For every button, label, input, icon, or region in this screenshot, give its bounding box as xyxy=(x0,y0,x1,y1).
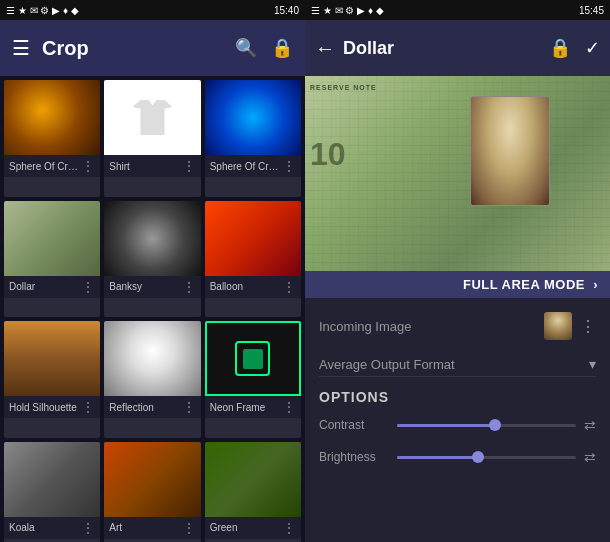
list-item[interactable]: Sphere Of Crystal 3 ⋮ xyxy=(205,80,301,197)
neon-frame-shape xyxy=(235,341,270,376)
format-chevron-icon: ▾ xyxy=(589,356,596,372)
neon-inner xyxy=(243,349,263,369)
item-menu-dots[interactable]: ⋮ xyxy=(182,279,196,295)
full-area-mode-label: FULL AREA MODE xyxy=(463,277,585,292)
options-header: OPTIONS xyxy=(319,389,596,405)
right-content: Incoming Image ⋮ Average Output Format ▾… xyxy=(305,298,610,542)
dollar-denomination: 10 xyxy=(310,136,346,173)
item-label-row: Balloon ⋮ xyxy=(205,276,301,298)
item-label: Sphere Of Crystal 3 xyxy=(210,161,280,172)
item-label-row: Green ⋮ xyxy=(205,517,301,539)
item-menu-dots[interactable]: ⋮ xyxy=(282,399,296,415)
item-menu-dots[interactable]: ⋮ xyxy=(282,158,296,174)
right-status-icons: ☰ ★ ✉ ⚙ ▶ ♦ ◆ xyxy=(311,5,384,16)
dollar-reserve-text: RESERVE NOTE xyxy=(310,84,377,91)
left-status-time: 15:40 xyxy=(274,5,299,16)
item-label-row: Banksy ⋮ xyxy=(104,276,200,298)
item-image xyxy=(4,442,100,517)
dollar-portrait-inner xyxy=(471,97,549,205)
item-image xyxy=(104,201,200,276)
list-item[interactable]: Hold Silhouette ⋮ xyxy=(4,321,100,438)
contrast-row: Contrast ⇄ xyxy=(319,413,596,437)
item-image xyxy=(104,321,200,396)
list-item[interactable]: Green ⋮ xyxy=(205,442,301,543)
item-label-row: Shirt ⋮ xyxy=(104,155,200,177)
right-header: ← Dollar 🔒 ✓ xyxy=(305,20,610,76)
item-label: Green xyxy=(210,522,280,533)
item-label-row: Hold Silhouette ⋮ xyxy=(4,396,100,418)
panels-row: ☰ Crop 🔍 🔒 Sphere Of Crystal ⋮ xyxy=(0,20,610,542)
list-item[interactable]: Shirt ⋮ xyxy=(104,80,200,197)
brightness-swap-icon[interactable]: ⇄ xyxy=(584,449,596,465)
shirt-shape xyxy=(132,100,172,135)
item-menu-dots[interactable]: ⋮ xyxy=(182,520,196,536)
lock-icon[interactable]: 🔒 xyxy=(271,37,293,59)
item-label-row: Koala ⋮ xyxy=(4,517,100,539)
right-panel-title: Dollar xyxy=(343,38,541,59)
item-label-row: Dollar ⋮ xyxy=(4,276,100,298)
item-label: Shirt xyxy=(109,161,179,172)
list-item[interactable]: Banksy ⋮ xyxy=(104,201,200,318)
full-area-mode-banner[interactable]: FULL AREA MODE › xyxy=(305,271,610,298)
full-area-mode-chevron: › xyxy=(593,277,598,292)
format-row[interactable]: Average Output Format ▾ xyxy=(319,352,596,377)
item-image xyxy=(205,80,301,155)
contrast-slider[interactable] xyxy=(397,424,576,427)
item-menu-dots[interactable]: ⋮ xyxy=(282,279,296,295)
item-image xyxy=(205,321,301,396)
right-status-time: 15:45 xyxy=(579,5,604,16)
item-image xyxy=(4,80,100,155)
item-image xyxy=(104,442,200,517)
item-menu-dots[interactable]: ⋮ xyxy=(182,399,196,415)
item-menu-dots[interactable]: ⋮ xyxy=(81,158,95,174)
left-header: ☰ Crop 🔍 🔒 xyxy=(0,20,305,76)
format-label: Average Output Format xyxy=(319,357,455,372)
list-item[interactable]: Dollar ⋮ xyxy=(4,201,100,318)
item-label: Balloon xyxy=(210,281,280,292)
item-image xyxy=(4,321,100,396)
incoming-image-label: Incoming Image xyxy=(319,319,412,334)
list-item[interactable]: Neon Frame ⋮ xyxy=(205,321,301,438)
item-label-row: Neon Frame ⋮ xyxy=(205,396,301,418)
item-label: Hold Silhouette xyxy=(9,402,79,413)
app-container: ☰ ★ ✉ ⚙ ▶ ♦ ◆ 15:40 ☰ ★ ✉ ⚙ ▶ ♦ ◆ 15:45 … xyxy=(0,0,610,542)
list-item[interactable]: Art ⋮ xyxy=(104,442,200,543)
item-image xyxy=(205,442,301,517)
list-item[interactable]: Balloon ⋮ xyxy=(205,201,301,318)
item-image xyxy=(104,80,200,155)
item-menu-dots[interactable]: ⋮ xyxy=(81,279,95,295)
dollar-portrait xyxy=(470,96,550,206)
item-label: Sphere Of Crystal xyxy=(9,161,79,172)
incoming-thumb-inner xyxy=(544,312,572,340)
item-label: Neon Frame xyxy=(210,402,280,413)
item-menu-dots[interactable]: ⋮ xyxy=(81,399,95,415)
item-menu-dots[interactable]: ⋮ xyxy=(182,158,196,174)
brightness-thumb[interactable] xyxy=(472,451,484,463)
list-item[interactable]: Reflection ⋮ xyxy=(104,321,200,438)
contrast-swap-icon[interactable]: ⇄ xyxy=(584,417,596,433)
right-header-icons: 🔒 ✓ xyxy=(549,37,600,59)
item-menu-dots[interactable]: ⋮ xyxy=(81,520,95,536)
image-grid: Sphere Of Crystal ⋮ Shirt ⋮ xyxy=(0,76,305,542)
hamburger-icon[interactable]: ☰ xyxy=(12,36,30,60)
back-button[interactable]: ← xyxy=(315,37,335,60)
brightness-slider[interactable] xyxy=(397,456,576,459)
contrast-thumb[interactable] xyxy=(489,419,501,431)
list-item[interactable]: Sphere Of Crystal ⋮ xyxy=(4,80,100,197)
item-menu-dots[interactable]: ⋮ xyxy=(282,520,296,536)
search-icon[interactable]: 🔍 xyxy=(235,37,257,59)
item-label: Reflection xyxy=(109,402,179,413)
item-label-row: Sphere Of Crystal 3 ⋮ xyxy=(205,155,301,177)
item-image xyxy=(205,201,301,276)
check-icon[interactable]: ✓ xyxy=(585,37,600,59)
incoming-menu-dots[interactable]: ⋮ xyxy=(580,317,596,336)
item-label-row: Reflection ⋮ xyxy=(104,396,200,418)
left-status-bar: ☰ ★ ✉ ⚙ ▶ ♦ ◆ 15:40 xyxy=(0,0,305,20)
right-status-bar: ☰ ★ ✉ ⚙ ▶ ♦ ◆ 15:45 xyxy=(305,0,610,20)
brightness-label: Brightness xyxy=(319,450,389,464)
item-image xyxy=(4,201,100,276)
incoming-right: ⋮ xyxy=(544,312,596,340)
left-status-icons: ☰ ★ ✉ ⚙ ▶ ♦ ◆ xyxy=(6,5,79,16)
right-lock-icon[interactable]: 🔒 xyxy=(549,37,571,59)
list-item[interactable]: Koala ⋮ xyxy=(4,442,100,543)
